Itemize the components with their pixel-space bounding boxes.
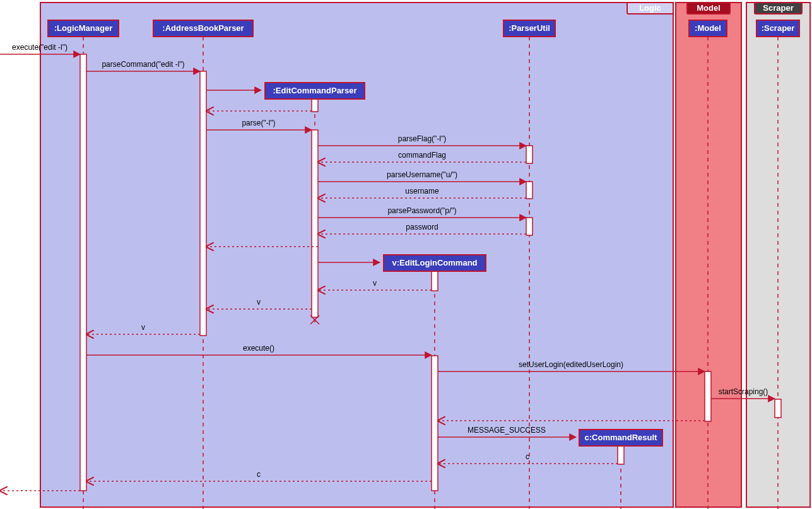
activation [526, 218, 533, 235]
message-label: password [406, 223, 438, 231]
activation [526, 146, 533, 163]
activation [200, 71, 206, 336]
message-label: parsePassword("p/") [387, 206, 456, 215]
message-label: startScraping() [719, 387, 768, 396]
svg-rect-0 [40, 3, 673, 507]
activation [775, 399, 781, 418]
message-label: execute("edit -l") [12, 43, 68, 52]
message-label: c [257, 470, 261, 479]
message-label: v [257, 298, 261, 307]
participant-box: c:CommandResult [579, 430, 662, 446]
message-label: MESSAGE_SUCCESS [468, 426, 546, 435]
participant-label: c:CommandResult [585, 433, 658, 442]
message-label: parseCommand("edit -l") [102, 60, 184, 69]
message-label: v [373, 279, 377, 288]
participant-box: :LogicManager [48, 20, 119, 37]
participant-label: :ParserUtil [509, 23, 550, 33]
participant-label: :AddressBookParser [162, 23, 244, 33]
participant-label: :Model [695, 23, 721, 33]
participant-box: :EditCommandParser [265, 83, 365, 99]
activation [312, 130, 318, 317]
frame-label: Logic [639, 3, 661, 13]
participant-label: :EditCommandParser [273, 86, 357, 95]
activation [526, 182, 533, 199]
participant-label: v:EditLoginCommand [392, 258, 477, 267]
participant-box: v:EditLoginCommand [384, 255, 486, 271]
participant-box: :ParserUtil [503, 20, 555, 37]
message-label: c [526, 452, 529, 461]
activation [80, 54, 86, 491]
message-label: parseUsername("u/") [387, 170, 457, 179]
message-label: parse("-l") [242, 119, 275, 127]
activation [705, 372, 711, 421]
message-label: v [141, 323, 145, 332]
message-label: username [405, 187, 439, 196]
participant-box: :AddressBookParser [153, 20, 253, 37]
message-label: commandFlag [398, 151, 446, 160]
frame-logic: Logic [40, 3, 673, 507]
frame-label: Scraper [763, 3, 793, 13]
participant-box: :Scraper [756, 20, 799, 37]
frame-label: Model [697, 3, 721, 13]
activation [432, 356, 438, 491]
message-label: setUserLogin(editedUserLogin) [519, 360, 623, 369]
message-label: execute() [243, 344, 274, 353]
frame-model: Model [676, 3, 741, 507]
participant-box: :Model [689, 20, 727, 37]
message-label: parseFlag("-l") [398, 134, 447, 143]
svg-rect-2 [676, 3, 741, 507]
participant-label: :Scraper [762, 23, 795, 33]
sequence-diagram: LogicModelScraper:LogicManager:AddressBo… [0, 0, 812, 509]
participant-label: :LogicManager [54, 23, 112, 33]
